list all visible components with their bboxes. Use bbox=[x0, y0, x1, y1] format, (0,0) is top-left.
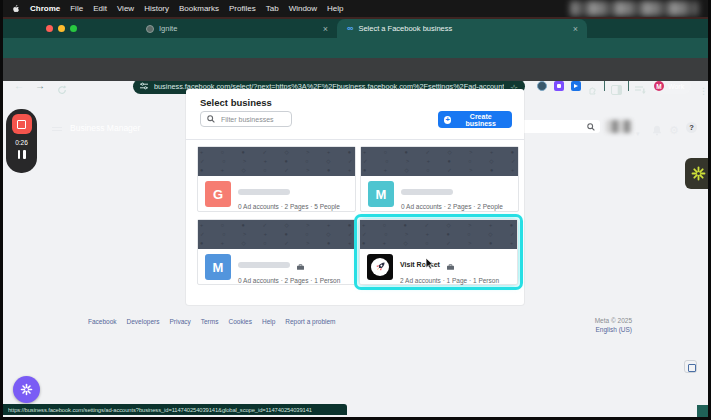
footer-link-cookies[interactable]: Cookies bbox=[228, 318, 251, 325]
recording-timer: 0:26 bbox=[15, 139, 28, 146]
briefcase-icon bbox=[447, 256, 454, 274]
menu-history[interactable]: History bbox=[144, 4, 169, 13]
screen-recorder-widget: 0:26 bbox=[6, 109, 37, 173]
tab-title: Select a Facebook business bbox=[358, 24, 567, 33]
window-zoom-button[interactable] bbox=[70, 25, 77, 32]
footer-link-privacy[interactable]: Privacy bbox=[169, 318, 190, 325]
extension-icon-2[interactable] bbox=[554, 81, 564, 91]
business-name-redacted bbox=[238, 189, 290, 195]
menu-profiles[interactable]: Profiles bbox=[229, 4, 256, 13]
bm-profile-blur[interactable] bbox=[606, 120, 632, 133]
plus-icon bbox=[444, 116, 451, 124]
bm-title: Business Manager bbox=[70, 123, 140, 133]
business-manager-header: Business Manager ? bbox=[0, 58, 711, 81]
back-button[interactable] bbox=[14, 80, 24, 91]
pause-recording-button[interactable] bbox=[18, 150, 26, 159]
assistant-bubble-button[interactable] bbox=[13, 376, 40, 403]
business-avatar: M bbox=[368, 181, 394, 207]
footer-link-report[interactable]: Report a problem bbox=[285, 318, 335, 325]
footer-link-developers[interactable]: Developers bbox=[127, 318, 160, 325]
close-tab-icon[interactable] bbox=[323, 24, 328, 34]
search-icon bbox=[587, 123, 595, 131]
mouse-cursor bbox=[425, 256, 435, 274]
toolbar-separator bbox=[628, 81, 629, 91]
copyright: Meta © 2025 bbox=[520, 316, 632, 325]
meta-favicon-icon bbox=[347, 24, 353, 33]
menu-view[interactable]: View bbox=[117, 4, 134, 13]
globe-favicon-icon bbox=[146, 25, 154, 33]
tab-title: Ignite bbox=[159, 24, 318, 33]
menu-edit[interactable]: Edit bbox=[93, 4, 107, 13]
status-url: https://business.facebook.com/settings/a… bbox=[8, 407, 312, 413]
menu-tab[interactable]: Tab bbox=[266, 4, 279, 13]
extension-icon-3[interactable] bbox=[571, 81, 581, 91]
menu-file[interactable]: File bbox=[70, 4, 83, 13]
side-panel-icon[interactable] bbox=[611, 81, 622, 99]
window-close-button[interactable] bbox=[46, 25, 53, 32]
card-banner bbox=[198, 147, 355, 176]
card-banner bbox=[361, 147, 518, 176]
tab-ignite[interactable]: Ignite bbox=[140, 19, 336, 38]
screen: Chrome File Edit View History Bookmarks … bbox=[0, 0, 711, 420]
asterisk-icon bbox=[20, 383, 33, 396]
business-card-3[interactable]: M 0 Ad accounts · 2 Pages · 1 Person bbox=[197, 219, 356, 285]
page-widget-icon[interactable] bbox=[684, 360, 697, 373]
divider bbox=[186, 139, 524, 140]
business-avatar: M bbox=[205, 254, 231, 280]
close-tab-icon[interactable] bbox=[573, 24, 578, 34]
search-icon bbox=[207, 115, 215, 123]
footer-link-terms[interactable]: Terms bbox=[201, 318, 219, 325]
footer-links: Facebook Developers Privacy Terms Cookie… bbox=[88, 318, 336, 325]
reload-button[interactable] bbox=[57, 81, 67, 99]
toolbar-extra-icon[interactable] bbox=[635, 81, 647, 99]
business-stats: 2 Ad accounts · 1 Page · 1 Person bbox=[400, 277, 513, 284]
business-card-visit-rocket[interactable]: Visit Rocket 2 Ad accounts · 1 Page · 1 … bbox=[359, 219, 518, 285]
language-selector[interactable]: English (US) bbox=[520, 325, 632, 334]
create-business-label: Create business bbox=[455, 113, 506, 127]
screen-edge-left bbox=[0, 0, 3, 420]
business-stats: 0 Ad accounts · 2 Pages · 5 People bbox=[238, 203, 351, 210]
apple-icon[interactable] bbox=[12, 4, 20, 13]
page-title: Select business bbox=[200, 97, 272, 108]
link-status-bar: https://business.facebook.com/settings/a… bbox=[3, 404, 347, 415]
card-banner bbox=[198, 220, 355, 249]
stop-recording-button[interactable] bbox=[12, 114, 32, 134]
business-stats: 0 Ad accounts · 2 Pages · 2 People bbox=[401, 203, 514, 210]
business-card-2[interactable]: M 0 Ad accounts · 2 Pages · 2 People bbox=[360, 146, 519, 212]
business-card-1[interactable]: G 0 Ad accounts · 2 Pages · 5 People bbox=[197, 146, 356, 212]
menu-bar-status-blur bbox=[570, 1, 698, 16]
rocket-logo-avatar bbox=[367, 254, 393, 280]
menu-bookmarks[interactable]: Bookmarks bbox=[179, 4, 219, 13]
menu-window[interactable]: Window bbox=[289, 4, 317, 13]
forward-button[interactable] bbox=[35, 80, 45, 91]
menu-help[interactable]: Help bbox=[327, 4, 343, 13]
address-bar-row: business.facebook.com/select/?next=https… bbox=[0, 38, 711, 58]
help-icon[interactable]: ? bbox=[686, 122, 697, 133]
tab-select-business[interactable]: Select a Facebook business bbox=[337, 19, 587, 38]
business-name-redacted bbox=[238, 262, 290, 268]
site-settings-icon[interactable] bbox=[140, 82, 148, 90]
window-minimize-button[interactable] bbox=[58, 25, 65, 32]
gear-icon[interactable] bbox=[669, 120, 679, 138]
filter-businesses-box[interactable] bbox=[200, 111, 292, 127]
chevron-down-icon[interactable] bbox=[636, 122, 640, 140]
business-avatar: G bbox=[205, 181, 231, 207]
notifications-bell-icon[interactable] bbox=[652, 122, 662, 140]
create-business-button[interactable]: Create business bbox=[438, 111, 512, 128]
menu-chrome[interactable]: Chrome bbox=[30, 4, 60, 13]
extensions-puzzle-icon[interactable] bbox=[588, 81, 598, 99]
profile-avatar: M bbox=[654, 81, 664, 91]
footer-link-help[interactable]: Help bbox=[262, 318, 275, 325]
filter-businesses-input[interactable] bbox=[219, 115, 285, 124]
business-stats: 0 Ad accounts · 2 Pages · 1 Person bbox=[238, 277, 351, 284]
profile-name: Work bbox=[668, 83, 684, 90]
sparkle-icon bbox=[691, 166, 706, 181]
footer-link-facebook[interactable]: Facebook bbox=[88, 318, 117, 325]
chrome-menu-icon[interactable] bbox=[699, 80, 708, 98]
footer-meta: Meta © 2025 English (US) bbox=[520, 316, 632, 334]
briefcase-icon bbox=[297, 256, 304, 274]
card-banner bbox=[360, 220, 517, 249]
business-name-redacted bbox=[401, 189, 453, 195]
toolbar-separator bbox=[604, 81, 605, 91]
extension-icon-1[interactable] bbox=[537, 81, 547, 91]
